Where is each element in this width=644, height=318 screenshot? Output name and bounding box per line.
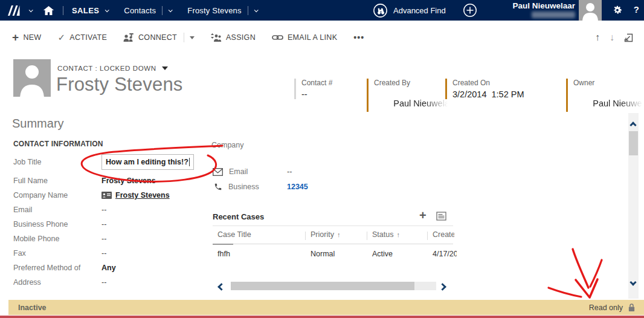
field-label: Fax [13,249,101,258]
nav-current-record[interactable]: Frosty Stevens [187,6,257,15]
text-cursor [189,158,190,166]
scroll-up-icon[interactable] [630,122,636,128]
activate-label: ACTIVATE [69,33,107,42]
scroll-right-icon[interactable] [439,283,446,291]
column-label: Status [372,230,393,239]
contacts-chevron-icon[interactable] [169,8,173,12]
email-a-link-button[interactable]: EMAIL A LINK [272,33,337,42]
navbar-separator [63,6,63,15]
fax-value: -- [101,249,106,258]
read-only-label: Read only [589,303,623,312]
scroll-down-icon[interactable] [630,279,636,285]
column-separator [305,232,306,240]
column-header-case-title[interactable]: Case Title [217,230,251,239]
crm-contact-page: SALES Contacts Frosty Stevens Adv [0,0,644,318]
field-label: Business Phone [13,220,101,229]
form-selector[interactable]: CONTACT : LOCKED DOWN [57,65,168,72]
vertical-scrollbar-thumb[interactable] [629,131,638,155]
column-header-status[interactable]: Status ↑ [372,230,400,239]
created-by-link[interactable]: Paul Nieuwela [393,99,449,108]
scroll-left-icon[interactable] [217,283,225,291]
chain-link-icon [272,34,283,41]
connect-button[interactable]: CONNECT [123,33,195,42]
record-header: CONTACT : LOCKED DOWN Frosty Stevens Con… [0,54,644,112]
add-case-icon[interactable]: + [419,209,427,221]
horizontal-scrollbar-thumb[interactable] [231,282,414,290]
horizontal-scrollbar[interactable] [231,282,436,290]
contact-photo[interactable] [13,59,51,97]
more-commands-button[interactable]: ••• [353,33,364,42]
column-header-created[interactable]: Created [433,230,454,239]
new-label: NEW [23,33,41,42]
email-value: -- [101,206,106,214]
navbar-separator [162,6,163,15]
field-label: Email [13,206,101,214]
record-title: Frosty Stevens [56,74,183,96]
new-button[interactable]: + NEW [12,33,41,43]
company-phone-row: Business 12345 [213,183,394,191]
form-selector-chevron-icon [162,67,168,70]
home-icon[interactable] [43,5,54,16]
lock-icon [628,303,636,312]
field-row-full-name: Full Name Frosty Stevens [13,174,207,188]
company-email-row: Email -- [213,167,394,176]
case-title-cell: fhfh [217,250,230,258]
subgrid-divider [213,226,453,226]
company-phone-link[interactable]: 12345 [287,183,308,191]
user-avatar[interactable] [579,0,602,21]
dynamics-logo-icon[interactable] [7,5,21,16]
record-chevron-icon[interactable] [254,8,258,12]
assign-label: ASSIGN [226,33,256,42]
header-field-label: Contact # [301,79,332,87]
nav-contacts[interactable]: Contacts [124,6,172,15]
company-phone-label: Business [228,183,259,191]
user-menu[interactable]: Paul Nieuwelaar [466,1,575,18]
help-button[interactable]: ? [634,4,639,15]
vertical-scrollbar[interactable] [628,113,639,299]
recent-cases-title: Recent Cases [213,212,264,221]
app-menu-chevron-icon[interactable] [29,8,33,12]
company-section-label: Company [211,141,244,149]
activate-button[interactable]: ✓ ACTIVATE [57,32,107,43]
header-field-value: 3/2/2014 1:52 PM [452,89,524,99]
case-created-cell: 4/17/20 [433,250,457,258]
header-field-value: -- [301,89,332,99]
gear-icon[interactable] [611,4,623,16]
column-header-priority[interactable]: Priority ↑ [311,230,340,239]
sort-ascending-icon: ↑ [337,231,341,238]
plus-icon: + [12,31,19,43]
field-row-job-title: Job Title How am I editing this!? [13,153,207,171]
command-bar: + NEW ✓ ACTIVATE CONNECT [0,21,644,54]
column-separator [427,232,428,240]
owner-link[interactable]: Paul Nieuwel [593,99,644,108]
open-grid-icon[interactable] [436,212,446,221]
top-navbar: SALES Contacts Frosty Stevens Adv [0,0,644,21]
company-name-link[interactable]: Frosty Stevens [115,191,170,200]
sales-chevron-icon[interactable] [105,8,109,12]
field-row-email: Email -- [13,203,207,217]
advanced-find-button[interactable]: Advanced Find [373,0,446,21]
contact-information-fields: Job Title How am I editing this!? Full N… [13,153,207,290]
business-phone-value: -- [101,220,106,229]
connect-dropdown-icon[interactable] [190,36,195,39]
previous-record-icon[interactable]: ↑ [595,32,600,43]
column-separator [367,232,367,240]
entity-form-label: CONTACT : LOCKED DOWN [57,65,156,72]
assign-button[interactable]: ASSIGN [211,33,256,42]
status-bar: Inactive Read only [8,300,644,315]
column-label: Created [433,230,454,239]
check-icon: ✓ [57,32,65,43]
job-title-text: How am I editing this!? [106,158,188,166]
job-title-input[interactable]: How am I editing this!? [101,154,194,170]
field-label: Mobile Phone [13,235,101,243]
nav-sales[interactable]: SALES [72,6,108,15]
header-field-created-on: Created On 3/2/2014 1:52 PM [445,79,524,99]
command-separator [184,33,184,42]
header-field-label: Owner [573,79,644,87]
summary-tab-title[interactable]: Summary [12,117,64,131]
ellipsis-icon: ••• [353,33,364,42]
next-record-icon[interactable]: ↓ [610,32,614,43]
popout-icon[interactable] [624,33,633,42]
header-field-contact-number: Contact # -- [294,79,332,99]
preferred-method-value: Any [101,264,116,272]
